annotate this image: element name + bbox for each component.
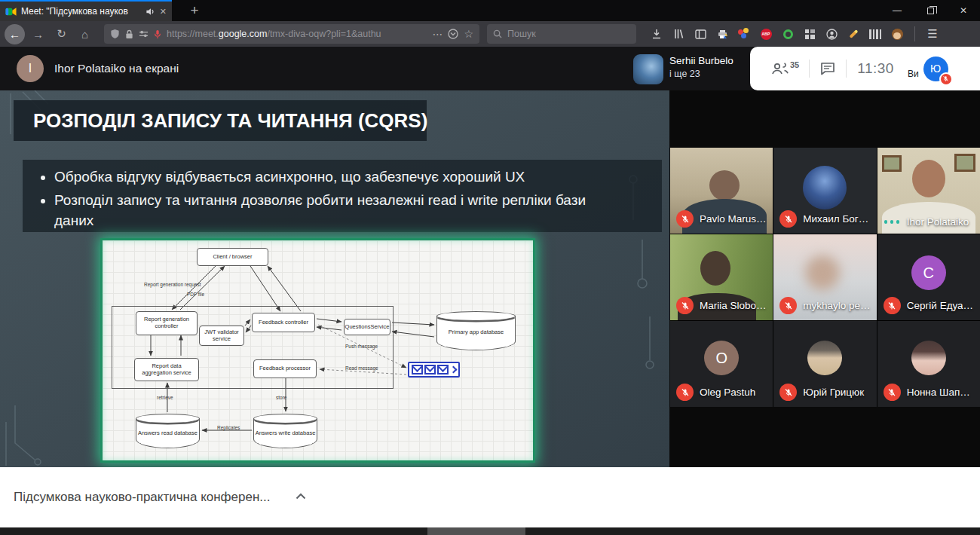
mic-muted-badge <box>884 297 901 314</box>
you-label: Ви <box>908 69 919 79</box>
edge-label-replicates: Replicates <box>217 425 240 430</box>
minimize-button[interactable]: — <box>880 0 914 21</box>
participant-name: Нонна Шап… <box>907 387 970 398</box>
node-answers-read-database: Answers read database <box>136 414 200 448</box>
participants-grid: Pavlo Marus… Михаил Бог… Ihor Polataiko <box>670 148 980 407</box>
screen-share-label: Ihor Polataiko на екрані <box>54 47 179 90</box>
url-text[interactable]: https://meet.google.com/tmx-diva-oqw?pli… <box>167 29 427 39</box>
library-icon[interactable] <box>672 27 685 41</box>
participant-name: Михаил Бог… <box>803 213 868 225</box>
url-path: /tmx-diva-oqw?pli=1&authu <box>267 29 381 39</box>
mic-in-use-icon[interactable] <box>154 29 161 39</box>
panel-divider <box>809 60 810 78</box>
mic-muted-badge <box>779 384 797 401</box>
pocket-icon[interactable] <box>448 29 458 39</box>
participants-panel: Pavlo Marus… Михаил Бог… Ihor Polataiko <box>669 90 980 467</box>
edge-label-push-message: Push message <box>345 344 378 349</box>
meet-header: I Ihor Polataiko на екрані Serhii Burbel… <box>0 47 980 90</box>
avatar-initial: O <box>704 341 739 375</box>
participant-preview-more: і ще 23 <box>669 69 700 79</box>
edge-label-retrieve: retrieve <box>157 395 173 400</box>
mic-muted-badge <box>676 210 694 228</box>
tile-nonna-shap[interactable]: Нонна Шап… <box>877 321 980 407</box>
shared-screen-stage: РОЗПОДІЛ ЗАПИСУ ТА ЧИТАННЯ (CQRS) Обробк… <box>0 90 669 467</box>
tile-serhii-edua[interactable]: С Сергій Едуа… <box>877 234 980 320</box>
participants-count: 35 <box>790 60 799 69</box>
adblock-plus-icon[interactable]: ABP <box>759 27 773 41</box>
print-extension-icon[interactable] <box>715 27 729 41</box>
avatar-photo <box>911 341 946 375</box>
participant-name: Сергій Едуа… <box>907 300 973 311</box>
tile-oleg-pastuh[interactable]: O Oleg Pastuh <box>670 321 773 407</box>
node-report-data-aggregation-service: Report data aggregation service <box>134 358 199 381</box>
people-icon <box>771 62 789 75</box>
green-ring-extension-icon[interactable] <box>781 27 795 41</box>
pencil-extension-icon[interactable] <box>847 27 860 41</box>
bookmark-star-icon[interactable]: ☆ <box>464 28 473 40</box>
participant-name: Oleg Pastuh <box>700 387 755 398</box>
you-avatar[interactable]: Ю <box>923 57 948 81</box>
search-box[interactable]: Пошук <box>487 24 636 44</box>
tile-ihor-polataiko[interactable]: Ihor Polataiko <box>877 148 980 234</box>
grid-extension-icon[interactable] <box>803 27 816 41</box>
browser-window: Meet: "Підсумкова науков ✕ + — ✕ ← → ↻ ⌂ <box>0 0 980 535</box>
mic-muted-badge <box>779 210 797 228</box>
permissions-icon[interactable] <box>139 29 149 38</box>
avatar-photo <box>807 341 842 375</box>
account-icon[interactable] <box>825 27 838 41</box>
node-questions-service: QuestionsService <box>344 319 390 335</box>
reload-button[interactable]: ↻ <box>51 24 72 44</box>
tile-mariia-slobo[interactable]: Mariia Slobo… <box>670 234 773 320</box>
chat-button[interactable] <box>820 62 835 75</box>
slide-title: РОЗПОДІЛ ЗАПИСУ ТА ЧИТАННЯ (CQRS) <box>14 100 427 141</box>
tile-pavlo-marus[interactable]: Pavlo Marus… <box>670 148 773 234</box>
participant-name: Юрій Грицюк <box>803 387 864 398</box>
participant-name: Mariia Slobo… <box>700 300 767 311</box>
scrollbar-thumb[interactable] <box>427 527 525 535</box>
tab-title: Meet: "Підсумкова науков <box>21 6 141 17</box>
meeting-title[interactable]: Підсумкова науково-практична конферен... <box>14 467 271 527</box>
page-actions-icon[interactable]: ⋯ <box>432 28 443 40</box>
tile-yurii-hrytsiuk[interactable]: Юрій Грицюк <box>773 321 876 407</box>
new-tab-button[interactable]: + <box>184 0 205 21</box>
tile-mykhaylo-pe[interactable]: mykhaylo pe… <box>773 234 876 320</box>
participant-preview-name: Serhii Burbelo <box>669 55 733 66</box>
restore-button[interactable] <box>914 0 947 21</box>
chevron-up-icon[interactable] <box>296 493 306 500</box>
horizontal-scrollbar <box>0 527 980 535</box>
monkey-extension-icon[interactable] <box>890 27 904 41</box>
tile-mykhail-bog[interactable]: Михаил Бог… <box>773 148 876 234</box>
lock-icon[interactable] <box>125 29 133 39</box>
tab-close-icon[interactable]: ✕ <box>160 7 167 17</box>
participant-name: Pavlo Marus… <box>700 213 767 225</box>
menu-icon[interactable]: ☰ <box>926 27 939 41</box>
participant-preview-thumbnail[interactable] <box>633 54 663 84</box>
avatar-photo <box>803 166 847 209</box>
download-icon[interactable] <box>650 27 663 41</box>
speaking-indicator <box>884 220 901 224</box>
tab-bar: Meet: "Підсумкова науков ✕ + — ✕ <box>0 0 980 21</box>
back-button[interactable]: ← <box>5 24 25 44</box>
message-queue-icon <box>408 362 460 378</box>
bullet-item: Обробка відгуку відбувається асинхронно,… <box>54 167 596 188</box>
home-button[interactable]: ⌂ <box>75 24 95 44</box>
presenter-avatar: I <box>17 55 44 82</box>
participants-button[interactable]: 35 <box>771 62 798 75</box>
sidebar-icon[interactable] <box>694 27 707 41</box>
url-bar[interactable]: https://meet.google.com/tmx-diva-oqw?pli… <box>104 24 479 44</box>
url-host: google.com <box>219 29 268 39</box>
edge-label-read-message: Read message <box>345 365 378 371</box>
forward-button[interactable]: → <box>28 24 48 44</box>
colored-balls-extension-icon[interactable] <box>737 27 751 41</box>
tab-audio-icon[interactable] <box>145 7 155 17</box>
edge-label-pdf-file: PDF file <box>187 292 204 297</box>
nav-toolbar: ← → ↻ ⌂ https://meet.google.com/tmx-diva… <box>0 21 980 47</box>
panel-divider <box>846 60 847 78</box>
node-jwt-validator-service: JWT validator service <box>199 326 244 346</box>
shield-icon[interactable] <box>110 29 120 39</box>
you-muted-badge <box>939 72 953 86</box>
close-button[interactable]: ✕ <box>947 0 980 21</box>
tab-meet[interactable]: Meet: "Підсумкова науков ✕ <box>0 0 172 21</box>
fence-extension-icon[interactable] <box>868 27 882 41</box>
node-feedback-processor: Feedback processor <box>253 359 317 378</box>
